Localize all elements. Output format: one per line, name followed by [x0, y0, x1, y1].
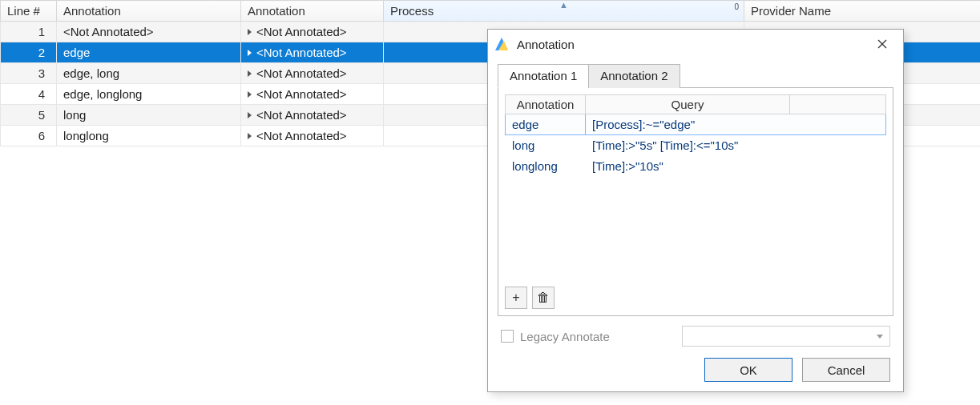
legacy-annotate-combo[interactable]	[682, 326, 890, 347]
col-header-line[interactable]: Line #	[1, 1, 57, 22]
expand-icon[interactable]	[248, 112, 252, 118]
cell-annotation-1: edge, longlong	[57, 84, 241, 105]
dialog-titlebar[interactable]: Annotation	[488, 30, 903, 58]
rule-row[interactable]: long[Time]:>"5s" [Time]:<="10s"	[506, 135, 886, 156]
close-icon	[877, 39, 887, 49]
expand-icon[interactable]	[248, 91, 252, 98]
tab-panel: Annotation Query edge[Process]:~="edge"l…	[498, 88, 893, 316]
cell-annotation-2: <Not Annotated>	[241, 22, 384, 42]
close-button[interactable]	[866, 33, 898, 55]
rule-query: [Time]:>"5s" [Time]:<="10s"	[586, 135, 886, 156]
sort-asc-icon: ▲	[559, 0, 568, 10]
col-header-annotation-2[interactable]: Annotation	[241, 1, 384, 22]
cell-annotation-2: <Not Annotated>	[241, 63, 384, 84]
plus-icon: +	[512, 291, 519, 305]
inner-col-query[interactable]: Query	[586, 95, 790, 114]
tab-strip: Annotation 1 Annotation 2	[498, 63, 893, 88]
col-header-annotation-1[interactable]: Annotation	[57, 1, 241, 22]
rule-annotation: long	[506, 135, 586, 156]
cell-line: 5	[1, 105, 57, 126]
inner-col-blank[interactable]	[790, 95, 886, 114]
col-header-process-label: Process	[390, 4, 434, 18]
app-icon	[494, 37, 509, 51]
cell-line: 2	[1, 42, 57, 63]
ok-button[interactable]: OK	[704, 358, 792, 382]
sort-index-badge: 0	[734, 2, 739, 11]
cell-annotation-1: long	[57, 105, 241, 126]
legacy-annotate-label: Legacy Annotate	[520, 330, 610, 343]
cell-annotation-2: <Not Annotated>	[241, 84, 384, 105]
cell-line: 4	[1, 84, 57, 105]
rule-row[interactable]: edge[Process]:~="edge"	[506, 114, 886, 135]
expand-icon[interactable]	[248, 50, 252, 56]
tab-annotation-1[interactable]: Annotation 1	[498, 64, 589, 88]
cell-line: 3	[1, 63, 57, 84]
inner-col-annotation[interactable]: Annotation	[506, 95, 586, 114]
cell-annotation-1: <Not Annotated>	[57, 22, 241, 42]
cell-annotation-2: <Not Annotated>	[241, 105, 384, 126]
annotation-rules-grid[interactable]: Annotation Query edge[Process]:~="edge"l…	[505, 94, 886, 177]
expand-icon[interactable]	[248, 133, 252, 139]
legacy-annotate-checkbox[interactable]	[501, 330, 514, 343]
rule-row[interactable]: longlong[Time]:>"10s"	[506, 156, 886, 177]
rule-annotation: longlong	[506, 156, 586, 177]
cell-line: 6	[1, 126, 57, 146]
col-header-process[interactable]: ▲ Process 0	[384, 1, 744, 22]
trash-icon: 🗑	[537, 291, 550, 305]
dialog-title: Annotation	[514, 38, 866, 51]
cell-annotation-2: <Not Annotated>	[241, 126, 384, 146]
expand-icon[interactable]	[248, 29, 252, 35]
cell-annotation-1: edge	[57, 42, 241, 63]
tab-annotation-2[interactable]: Annotation 2	[588, 64, 680, 88]
cell-line: 1	[1, 22, 57, 42]
col-header-provider-name[interactable]: Provider Name	[744, 1, 981, 22]
delete-rule-button[interactable]: 🗑	[532, 287, 555, 309]
annotation-dialog: Annotation Annotation 1 Annotation 2 Ann	[487, 29, 904, 392]
cell-annotation-1: edge, long	[57, 63, 241, 84]
cell-annotation-2: <Not Annotated>	[241, 42, 384, 63]
cell-annotation-1: longlong	[57, 126, 241, 146]
cancel-button[interactable]: Cancel	[802, 358, 890, 382]
rule-query: [Time]:>"10s"	[586, 156, 886, 177]
rule-annotation: edge	[506, 114, 586, 135]
add-rule-button[interactable]: +	[505, 287, 527, 309]
rule-query: [Process]:~="edge"	[586, 114, 886, 135]
expand-icon[interactable]	[248, 70, 252, 77]
